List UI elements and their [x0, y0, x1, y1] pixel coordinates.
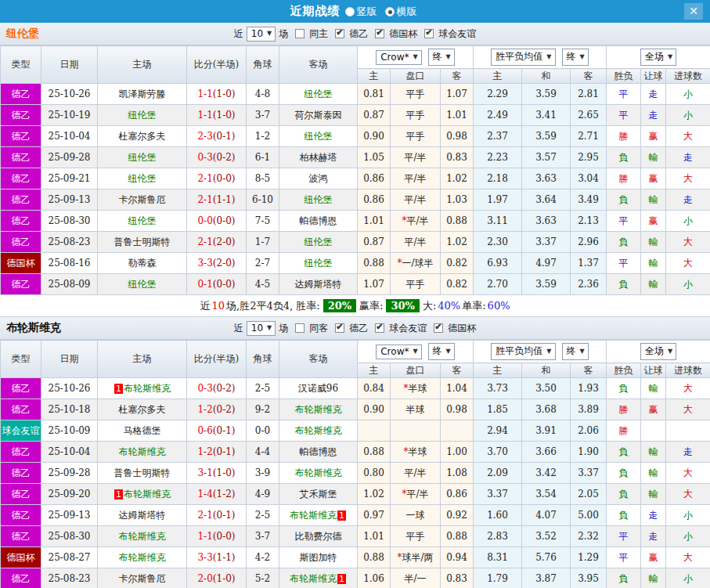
- match-row: 德国杯25-08-16勒蒂森3-3(2-0)2-7纽伦堡0.88*一/球半0.8…: [1, 253, 710, 274]
- scope-header-cell: 全场▼: [607, 341, 710, 363]
- away-team-cell: 布轮斯维克: [279, 463, 358, 484]
- league-cell: 德乙: [1, 211, 41, 232]
- avg-away-odds-cell: 1.90: [571, 442, 607, 463]
- league-filter-checkbox-0[interactable]: [335, 323, 344, 333]
- avg-home-odds-cell: 1.79: [474, 568, 522, 588]
- home-team-cell: 普鲁士明斯特: [98, 463, 187, 484]
- wdl-result-cell: 負: [607, 232, 641, 253]
- away-team-name: 布轮斯维克: [290, 573, 337, 584]
- league-filter-checkbox-0[interactable]: [335, 29, 344, 38]
- wdl-result-cell: 負: [607, 147, 641, 168]
- league-filter-checkbox-1[interactable]: [375, 29, 384, 38]
- avg-draw-odds-cell: 3.50: [522, 378, 571, 399]
- avg-away-odds-cell: 2.06: [571, 420, 607, 442]
- league-filter-label: 德乙: [349, 322, 368, 335]
- score-cell: 2-1(0-1): [187, 505, 247, 526]
- away-team-cell: 波鸿: [279, 168, 358, 189]
- same-venue-checkbox[interactable]: [295, 29, 305, 38]
- full-time-score: 2-1: [197, 510, 212, 521]
- layout-radio-vertical[interactable]: [345, 7, 355, 16]
- handicap-result-cell: [641, 420, 666, 442]
- league-cell: 德乙: [1, 84, 41, 105]
- odds-stage-select[interactable]: 终▼: [428, 49, 455, 66]
- handicap-away-odds-cell: 1.07: [441, 84, 474, 105]
- full-time-score: 0-6: [197, 425, 212, 436]
- full-time-score: 3-1: [197, 467, 212, 478]
- avg-home-odds-cell: 2.23: [474, 147, 522, 168]
- corners-cell: 9-2: [247, 399, 279, 420]
- subcolumn-header: 让球: [641, 69, 666, 84]
- wdl-result-cell: 平: [607, 105, 641, 126]
- column-header: 日期: [41, 46, 98, 84]
- avg-stage-select[interactable]: 终▼: [562, 49, 589, 66]
- wdl-result-cell: 勝: [607, 399, 641, 420]
- home-team-cell: 纽伦堡: [98, 274, 187, 295]
- league-filter-checkbox-2[interactable]: [434, 323, 443, 333]
- match-scope-select[interactable]: 全场▼: [640, 343, 676, 360]
- away-team-cell: 纽伦堡: [279, 126, 358, 147]
- wdl-result-cell: 平: [607, 253, 641, 274]
- away-team-name: 布轮斯维克: [295, 467, 342, 478]
- column-header: 类型: [1, 341, 41, 378]
- handicap-home-odds-cell: 0.86: [358, 168, 391, 189]
- odds-stage-select[interactable]: 终▼: [428, 343, 455, 360]
- wdl-result-cell: 負: [607, 274, 641, 295]
- avg-away-odds-cell: 3.89: [571, 399, 607, 420]
- layout-radio-label: 横版: [397, 5, 417, 17]
- league-filter-checkbox-1[interactable]: [375, 323, 384, 333]
- home-team-cell: 凯泽斯劳滕: [98, 84, 187, 105]
- handicap-text: 平/半: [406, 489, 428, 500]
- same-venue-checkbox[interactable]: [295, 323, 305, 333]
- same-venue-label: 同客: [309, 322, 328, 335]
- match-row: 德乙25-08-23卡尔斯鲁厄2-0(1-0)5-2布轮斯维克11.06半/一0…: [1, 568, 710, 588]
- away-team-name: 比勒费尔德: [295, 531, 342, 542]
- handicap-result-cell: 輸: [641, 232, 666, 253]
- handicap-away-odds-cell: 1.01: [441, 105, 474, 126]
- half-time-score: (0-2): [213, 152, 236, 163]
- layout-radio-horizontal[interactable]: [385, 7, 395, 16]
- avg-away-odds-cell: 3.04: [571, 168, 607, 189]
- corners-cell: 1-2: [247, 126, 279, 147]
- date-cell: 25-10-19: [41, 105, 98, 126]
- subcolumn-header: 主: [474, 69, 522, 84]
- score-cell: 0-0(0-0): [187, 211, 247, 232]
- wdl-result-cell: 勝: [607, 168, 641, 189]
- odds-company-select[interactable]: Crow*▼: [376, 345, 421, 359]
- subcolumn-header: 进球数: [666, 363, 710, 378]
- avg-odds-select[interactable]: 胜平负均值▼: [491, 343, 555, 360]
- half-time-score: (1-2): [213, 489, 236, 500]
- matches-count-select[interactable]: 10▼: [247, 27, 276, 41]
- full-time-score: 2-1: [197, 236, 212, 247]
- handicap-away-odds-cell: 1.04: [441, 378, 474, 399]
- avg-odds-select[interactable]: 胜平负均值▼: [491, 49, 555, 66]
- handicap-result-cell: 輸: [641, 442, 666, 463]
- goals-result-cell: 小: [666, 568, 710, 588]
- avg-stage-select[interactable]: 终▼: [562, 343, 589, 360]
- home-team-cell: 布轮斯维克: [98, 547, 187, 568]
- away-team-cell: 帕德博恩: [279, 442, 358, 463]
- home-team-cell: 布轮斯维克: [98, 442, 187, 463]
- handicap-line-cell: *半球: [391, 442, 441, 463]
- score-cell: 0-3(0-2): [187, 378, 247, 399]
- half-time-score: (0-2): [213, 404, 236, 415]
- date-cell: 25-10-04: [41, 126, 98, 147]
- league-filter-checkbox-2[interactable]: [424, 29, 434, 38]
- avg-home-odds-cell: 2.29: [474, 84, 522, 105]
- handicap-result-cell: 輸: [641, 568, 666, 588]
- match-scope-select[interactable]: 全场▼: [640, 49, 676, 66]
- handicap-home-odds-cell: 0.84: [358, 378, 391, 399]
- close-button[interactable]: ✕: [684, 3, 703, 20]
- column-header: 角球: [247, 46, 279, 84]
- handicap-text: 平/半: [406, 215, 428, 226]
- odds-company-select[interactable]: Crow*▼: [376, 50, 421, 65]
- matches-count-select[interactable]: 10▼: [247, 321, 276, 336]
- away-team-cell: 帕德博恩: [279, 211, 358, 232]
- odds-company-header-cell: Crow*▼终▼: [358, 46, 474, 69]
- avg-home-odds-cell: 2.37: [474, 126, 522, 147]
- away-team-name: 波鸿: [309, 173, 328, 184]
- match-row: 德乙25-09-28普鲁士明斯特3-1(1-0)3-9布轮斯维克0.80平/半1…: [1, 463, 710, 484]
- dropdown-arrow-icon: ▼: [546, 53, 551, 60]
- column-header: 角球: [247, 341, 279, 378]
- home-team-cell: 杜塞尔多夫: [98, 399, 187, 420]
- avg-draw-odds-cell: 3.63: [522, 211, 571, 232]
